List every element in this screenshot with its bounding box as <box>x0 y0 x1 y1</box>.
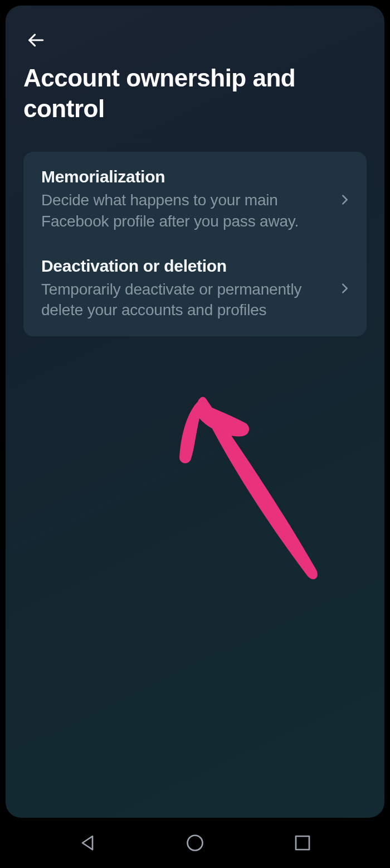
list-item-title: Memorialization <box>41 167 332 186</box>
circle-home-icon <box>185 833 205 853</box>
page-title: Account ownership and control <box>23 62 367 124</box>
list-item-description: Temporarily deactivate or permanently de… <box>41 279 332 321</box>
list-item-description: Decide what happens to your main Faceboo… <box>41 190 332 232</box>
list-item-text: Deactivation or deletion Temporarily dea… <box>41 257 332 321</box>
chevron-right-icon <box>339 282 351 295</box>
app-screen: Account ownership and control Memorializ… <box>6 6 384 818</box>
chevron-right-icon <box>339 194 351 206</box>
svg-rect-2 <box>296 836 309 850</box>
nav-home-button[interactable] <box>181 829 209 857</box>
deactivation-deletion-option[interactable]: Deactivation or deletion Temporarily dea… <box>41 257 351 321</box>
list-item-title: Deactivation or deletion <box>41 257 332 276</box>
square-recent-icon <box>292 833 313 853</box>
triangle-back-icon <box>77 833 98 853</box>
nav-back-button[interactable] <box>74 829 101 857</box>
annotation-arrow <box>156 385 334 610</box>
svg-point-1 <box>187 836 202 851</box>
back-button[interactable] <box>23 28 48 52</box>
options-card: Memorialization Decide what happens to y… <box>23 152 367 336</box>
system-nav-bar <box>0 818 390 868</box>
list-item-text: Memorialization Decide what happens to y… <box>41 167 332 232</box>
nav-recent-button[interactable] <box>289 829 316 857</box>
arrow-left-icon <box>26 31 45 50</box>
memorialization-option[interactable]: Memorialization Decide what happens to y… <box>41 167 351 232</box>
